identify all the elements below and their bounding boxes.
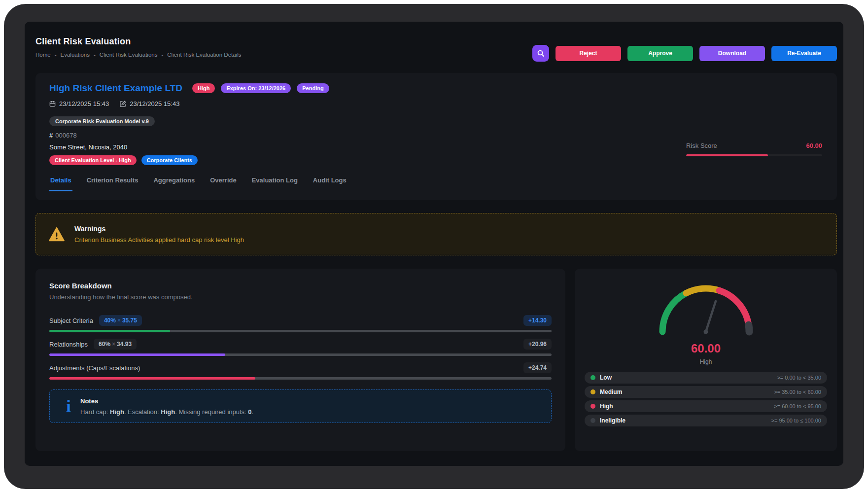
notes-text: Hard cap: High. Escalation: High. Missin… (80, 408, 253, 416)
breadcrumb-item-home[interactable]: Home (35, 52, 51, 58)
breakdown-bar (49, 330, 552, 332)
breakdown-bar-fill (49, 330, 170, 332)
gauge-needle (706, 301, 716, 332)
breakdown-bar-fill (49, 377, 255, 380)
gauge-needle-pivot (704, 330, 708, 334)
reject-button[interactable]: Reject (556, 46, 621, 61)
risk-score-label: Risk Score (686, 142, 717, 149)
info-icon: i (59, 398, 78, 415)
gauge-legend: Low >= 0.00 to < 35.00 Medium >= 35.00 t… (585, 372, 827, 426)
notes-callout: i Notes Hard cap: High. Escalation: High… (49, 389, 552, 423)
breadcrumb-separator: - (94, 52, 96, 58)
evaluation-level-badge: Client Evaluation Level - High (49, 155, 137, 165)
page-title: Client Risk Evaluation (35, 36, 242, 47)
legend-dot-medium (590, 389, 595, 394)
breakdown-bar (49, 353, 552, 356)
breakdown-formula-chip: 40%×35.75 (99, 315, 142, 326)
warnings-message: Criterion Business Activities applied ha… (74, 236, 244, 244)
breadcrumb: Home - Evaluations - Client Risk Evaluat… (35, 52, 242, 58)
tab-aggregations[interactable]: Aggregations (152, 175, 196, 191)
breakdown-bar (49, 377, 552, 380)
expires-on-badge: Expires On: 23/12/2026 (221, 83, 291, 93)
warnings-banner: Warnings Criterion Business Activities a… (35, 213, 837, 255)
client-summary-card: High Risk Client Example LTD High Expire… (35, 73, 837, 200)
evaluation-id: 000678 (55, 132, 76, 139)
breakdown-row-subject-criteria: Subject Criteria 40%×35.75 +14.30 (49, 315, 552, 332)
calendar-icon (49, 101, 56, 107)
approve-button[interactable]: Approve (627, 46, 693, 61)
notes-title: Notes (80, 397, 253, 405)
header-actions: Reject Approve Download Re-Evaluate (532, 45, 837, 62)
breadcrumb-item-client-risk-evaluations[interactable]: Client Risk Evaluations (100, 52, 158, 58)
breakdown-row-label: Relationships (49, 341, 88, 348)
tab-evaluation-log[interactable]: Evaluation Log (251, 175, 299, 191)
gauge-segment-high (719, 290, 749, 325)
search-button[interactable] (532, 45, 549, 62)
score-breakdown-subtitle: Understanding how the final score was co… (49, 293, 552, 301)
breakdown-bar-fill (49, 353, 225, 356)
gauge-segment-ineligible (749, 325, 749, 332)
gauge-segment-medium (686, 288, 719, 293)
breakdown-row-value: +24.74 (523, 362, 552, 373)
app-window: Client Risk Evaluation Home - Evaluation… (4, 4, 864, 489)
client-group-badge: Corporate Clients (141, 155, 198, 165)
breakdown-row-value: +20.96 (523, 339, 552, 350)
legend-dot-ineligible (590, 418, 595, 423)
breakdown-row-label: Subject Criteria (49, 317, 93, 324)
tab-bar: Details Criterion Results Aggregations O… (49, 175, 823, 191)
tab-criterion-results[interactable]: Criterion Results (86, 175, 139, 191)
risk-score-value: 60.00 (806, 142, 822, 149)
main-content: Client Risk Evaluation Home - Evaluation… (25, 22, 843, 466)
tab-details[interactable]: Details (49, 175, 72, 191)
legend-dot-high (590, 404, 595, 409)
client-name: High Risk Client Example LTD (49, 83, 182, 94)
gauge-segment-low (662, 293, 686, 332)
created-date: 23/12/2025 15:43 (59, 100, 109, 107)
tab-audit-logs[interactable]: Audit Logs (312, 175, 347, 191)
model-badge: Corporate Risk Evaluation Model v.9 (49, 116, 155, 126)
risk-score-bar (686, 154, 822, 156)
legend-row-high: High >= 60.00 to < 95.00 (585, 400, 827, 412)
legend-row-medium: Medium >= 35.00 to < 60.00 (585, 386, 827, 398)
warnings-title: Warnings (74, 225, 244, 233)
status-badge: Pending (297, 83, 329, 93)
bottom-row: Score Breakdown Understanding how the fi… (35, 269, 837, 451)
breakdown-row-relationships: Relationships 60%×34.93 +20.96 (49, 338, 552, 356)
legend-row-low: Low >= 0.00 to < 35.00 (585, 372, 827, 384)
warning-icon (49, 227, 65, 242)
legend-row-ineligible: Ineligible >= 95.00 to ≤ 100.00 (585, 415, 827, 426)
updated-date: 23/12/2025 15:43 (130, 100, 179, 107)
gauge-value: 60.00 (691, 342, 721, 355)
hash-icon: # (49, 132, 53, 139)
re-evaluate-button[interactable]: Re-Evaluate (771, 46, 837, 61)
risk-score-summary: Risk Score 60.00 (686, 142, 822, 156)
breadcrumb-separator: - (55, 52, 57, 58)
score-breakdown-card: Score Breakdown Understanding how the fi… (35, 269, 565, 451)
search-icon (537, 49, 545, 57)
breadcrumb-item-details: Client Risk Evaluation Details (167, 52, 241, 58)
risk-level-badge: High (192, 83, 215, 93)
risk-gauge-chart (654, 282, 758, 339)
breadcrumb-item-evaluations[interactable]: Evaluations (61, 52, 90, 58)
risk-score-bar-fill (686, 154, 768, 156)
download-button[interactable]: Download (699, 46, 765, 61)
breakdown-row-adjustments: Adjustments (Caps/Escalations) +24.74 (49, 362, 552, 380)
gauge-risk-label: High (700, 358, 712, 365)
breakdown-row-value: +14.30 (523, 315, 552, 326)
breakdown-row-label: Adjustments (Caps/Escalations) (49, 364, 140, 372)
edit-icon (120, 101, 126, 107)
score-breakdown-title: Score Breakdown (49, 282, 552, 290)
breadcrumb-separator: - (161, 52, 163, 58)
page-header: Client Risk Evaluation Home - Evaluation… (35, 36, 837, 62)
breakdown-formula-chip: 60%×34.93 (94, 339, 137, 350)
tab-override[interactable]: Override (209, 175, 237, 191)
legend-dot-low (590, 375, 595, 380)
risk-gauge-card: 60.00 High Low >= 0.00 to < 35.00 Medium… (575, 269, 837, 451)
